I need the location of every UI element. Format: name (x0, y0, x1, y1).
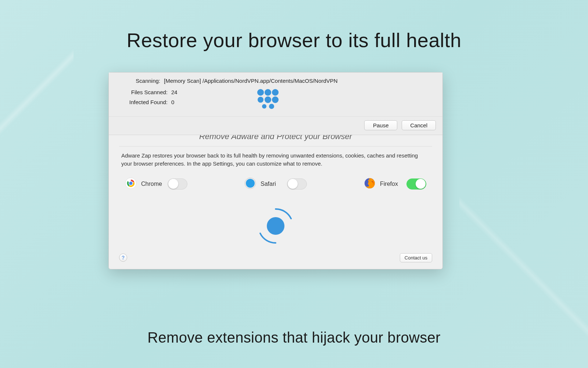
safari-icon (244, 177, 256, 191)
svg-point-10 (129, 181, 133, 185)
scan-spinner-icon (256, 88, 280, 111)
browser-item-safari: Safari (244, 177, 307, 191)
files-scanned-value: 24 (171, 89, 178, 95)
svg-point-12 (246, 179, 255, 188)
section-title-partial: Remove Adware and Protect your Browser (109, 135, 442, 141)
scan-stats: Files Scanned: 24 Infected Found: 0 (120, 89, 241, 105)
scanning-label: Scanning: (120, 78, 160, 84)
firefox-toggle[interactable] (406, 178, 426, 190)
scan-progress-icon (254, 204, 298, 248)
description: Adware Zap restores your browser back to… (109, 152, 442, 168)
infected-found-value: 0 (171, 99, 174, 105)
svg-point-0 (257, 89, 264, 96)
infected-found-label: Infected Found: (120, 99, 168, 105)
app-window: Scanning: [Memory Scan] /Applications/No… (108, 72, 443, 269)
browser-label: Safari (261, 181, 283, 187)
browser-toggle-row: Chrome Safari (109, 168, 442, 194)
scan-panel: Scanning: [Memory Scan] /Applications/No… (109, 72, 442, 135)
svg-point-5 (272, 96, 279, 103)
svg-point-4 (265, 96, 271, 103)
browser-label: Firefox (380, 181, 402, 187)
divider (119, 146, 432, 146)
chrome-icon (125, 177, 137, 191)
browser-item-firefox: Firefox (364, 177, 426, 191)
svg-point-6 (262, 104, 266, 109)
pause-button[interactable]: Pause (364, 120, 397, 130)
main-content: Remove Adware and Protect your Browser A… (109, 135, 442, 269)
svg-point-2 (272, 89, 279, 96)
browser-item-chrome: Chrome (125, 177, 187, 191)
help-button[interactable]: ? (119, 254, 127, 262)
svg-point-7 (269, 104, 274, 109)
scanning-path: [Memory Scan] /Applications/NordVPN.app/… (164, 78, 338, 84)
firefox-icon (364, 177, 376, 191)
svg-point-16 (267, 217, 284, 235)
help-icon: ? (122, 255, 125, 261)
contact-us-button[interactable]: Contact us (400, 253, 432, 262)
cancel-button[interactable]: Cancel (402, 120, 436, 130)
safari-toggle[interactable] (287, 178, 307, 190)
browser-label: Chrome (141, 181, 163, 187)
svg-point-3 (258, 97, 263, 103)
svg-point-1 (265, 89, 271, 96)
scan-status-row: Scanning: [Memory Scan] /Applications/No… (109, 72, 442, 88)
scan-visual (109, 194, 442, 252)
chrome-toggle[interactable] (168, 178, 187, 190)
files-scanned-label: Files Scanned: (120, 89, 168, 95)
marketing-tagline: Remove extensions that hijack your brows… (0, 329, 588, 346)
marketing-headline: Restore your browser to its full health (0, 0, 588, 52)
